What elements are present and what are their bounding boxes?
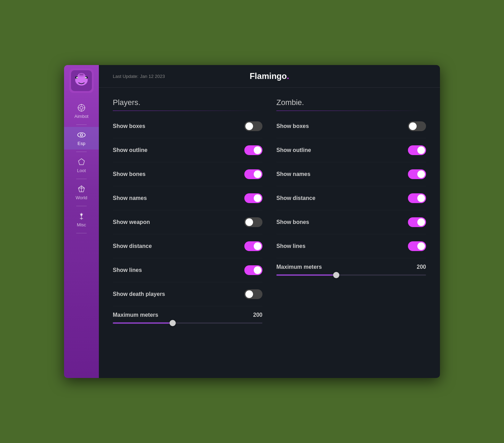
players-show-weapon-toggle[interactable] <box>244 217 262 227</box>
zombie-show-names-row: Show names <box>276 162 426 186</box>
players-show-distance-toggle[interactable] <box>244 241 262 251</box>
players-panel-divider <box>113 111 262 111</box>
zombie-show-outline-row: Show outline <box>276 138 426 162</box>
players-show-boxes-row: Show boxes <box>113 114 262 138</box>
players-slider-track <box>113 322 262 324</box>
players-show-outline-thumb <box>254 146 261 154</box>
players-show-death-thumb <box>245 290 253 298</box>
players-slider-header: Maximum meters 200 <box>113 312 262 318</box>
players-show-names-toggle[interactable] <box>244 193 262 203</box>
sidebar-item-aimbot-label: Aimbot <box>74 114 88 119</box>
players-show-bones-toggle[interactable] <box>244 169 262 179</box>
players-show-names-label: Show names <box>113 195 147 201</box>
zombie-panel: Zombie. Show boxes Show outline <box>276 98 426 368</box>
players-show-names-track <box>244 193 262 203</box>
zombie-slider-header: Maximum meters 200 <box>276 264 426 270</box>
last-update-value: Jan 12 2023 <box>140 74 165 79</box>
sidebar-item-esp[interactable]: Esp <box>64 127 99 150</box>
sidebar-divider-1 <box>76 124 87 125</box>
zombie-show-bones-toggle[interactable] <box>408 217 426 227</box>
players-slider-wrapper <box>113 322 262 329</box>
players-show-lines-thumb <box>254 266 261 274</box>
zombie-show-boxes-row: Show boxes <box>276 114 426 138</box>
zombie-show-boxes-label: Show boxes <box>276 123 309 129</box>
zombie-show-boxes-toggle[interactable] <box>408 121 426 131</box>
zombie-show-outline-toggle[interactable] <box>408 145 426 155</box>
zombie-show-distance-track <box>408 193 426 203</box>
players-slider-label: Maximum meters <box>113 312 158 318</box>
players-show-weapon-track <box>244 217 262 227</box>
sidebar-divider-3 <box>76 179 87 179</box>
zombie-show-lines-label: Show lines <box>276 243 306 249</box>
zombie-slider-thumb[interactable] <box>333 272 339 278</box>
players-show-outline-toggle[interactable] <box>244 145 262 155</box>
players-show-death-toggle[interactable] <box>244 289 262 299</box>
players-show-distance-track <box>244 241 262 251</box>
svg-rect-5 <box>85 77 87 78</box>
zombie-show-lines-toggle[interactable] <box>408 241 426 251</box>
zombie-show-names-track <box>408 169 426 179</box>
zombie-show-boxes-track <box>408 121 426 131</box>
players-show-bones-row: Show bones <box>113 162 262 186</box>
players-slider-thumb[interactable] <box>170 320 176 326</box>
zombie-show-bones-thumb <box>417 218 425 226</box>
players-show-boxes-label: Show boxes <box>113 123 145 129</box>
zombie-show-distance-label: Show distance <box>276 195 315 201</box>
zombie-slider-value: 200 <box>417 264 426 270</box>
players-show-boxes-thumb <box>245 122 253 130</box>
svg-point-15 <box>80 134 83 136</box>
players-show-distance-row: Show distance <box>113 234 262 258</box>
players-show-weapon-thumb <box>245 218 253 226</box>
last-update: Last Update: Jan 12 2023 <box>113 73 165 79</box>
svg-point-9 <box>80 106 83 110</box>
last-update-label: Last Update: <box>113 74 139 79</box>
zombie-slider-fill <box>276 274 336 276</box>
sidebar-item-esp-label: Esp <box>78 141 85 146</box>
players-show-outline-row: Show outline <box>113 138 262 162</box>
players-show-outline-track <box>244 145 262 155</box>
zombie-show-bones-track <box>408 217 426 227</box>
players-show-outline-label: Show outline <box>113 147 148 153</box>
players-slider-section: Maximum meters 200 <box>113 306 262 332</box>
zombie-show-outline-thumb <box>417 146 425 154</box>
players-panel: Players. Show boxes Show outline <box>113 98 262 368</box>
zombie-slider-track <box>276 274 426 276</box>
zombie-panel-title: Zombie. <box>276 98 426 107</box>
sidebar-logo <box>69 69 94 93</box>
zombie-show-lines-row: Show lines <box>276 234 426 258</box>
players-show-lines-label: Show lines <box>113 267 142 273</box>
svg-rect-7 <box>79 74 84 75</box>
sidebar-item-aimbot[interactable]: Aimbot <box>64 100 99 122</box>
panels: Players. Show boxes Show outline <box>99 88 440 378</box>
players-show-bones-label: Show bones <box>113 171 145 177</box>
sidebar: Aimbot Esp Loot World <box>64 65 99 378</box>
zombie-show-names-label: Show names <box>276 171 310 177</box>
header: Last Update: Jan 12 2023 Flamingo. <box>99 65 440 88</box>
sidebar-item-misc[interactable]: Misc <box>64 208 99 231</box>
sidebar-divider-2 <box>76 152 87 152</box>
players-show-names-thumb <box>254 194 261 202</box>
players-slider-value: 200 <box>253 312 262 318</box>
sidebar-item-loot[interactable]: Loot <box>64 154 99 177</box>
svg-point-14 <box>78 133 85 137</box>
sidebar-item-world[interactable]: World <box>64 181 99 204</box>
players-panel-title: Players. <box>113 98 262 107</box>
players-show-boxes-track <box>244 121 262 131</box>
sidebar-divider-4 <box>76 206 87 206</box>
zombie-panel-divider <box>276 111 426 111</box>
main-content: Last Update: Jan 12 2023 Flamingo. Playe… <box>99 65 440 378</box>
players-show-boxes-toggle[interactable] <box>244 121 262 131</box>
players-show-lines-row: Show lines <box>113 258 262 282</box>
app-window: Aimbot Esp Loot World <box>64 65 440 378</box>
sidebar-divider-5 <box>76 233 87 233</box>
sidebar-item-loot-label: Loot <box>77 168 86 173</box>
zombie-show-names-toggle[interactable] <box>408 169 426 179</box>
zombie-show-distance-row: Show distance <box>276 186 426 210</box>
zombie-slider-label: Maximum meters <box>276 264 322 270</box>
zombie-show-distance-toggle[interactable] <box>408 193 426 203</box>
players-show-lines-toggle[interactable] <box>244 265 262 275</box>
brand: Flamingo. <box>250 71 289 81</box>
sidebar-item-misc-label: Misc <box>77 222 86 227</box>
zombie-show-lines-track <box>408 241 426 251</box>
players-show-distance-label: Show distance <box>113 243 152 249</box>
